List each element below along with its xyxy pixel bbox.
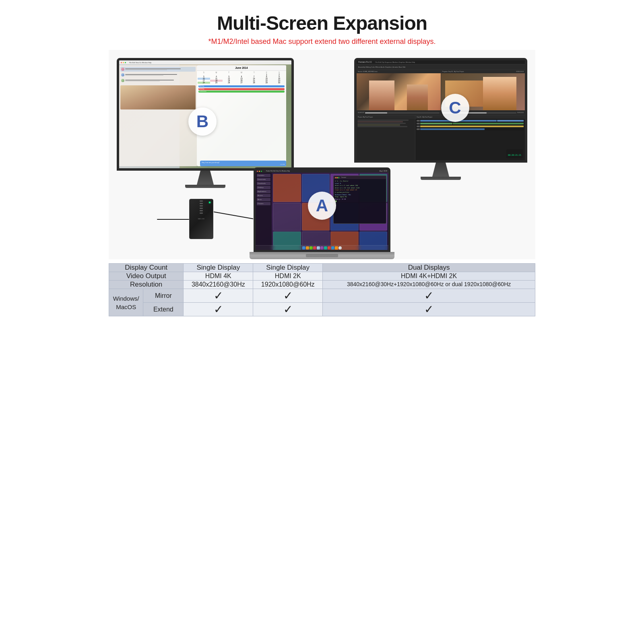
chat-text: Hey, how are you doing? [202, 161, 285, 163]
contact-name [125, 68, 181, 69]
windows-macos-label: Windows/MacOS [109, 289, 143, 316]
sidebar-movies: Movies [257, 194, 270, 197]
dock-item [306, 246, 309, 250]
monitor-stand-c [429, 163, 453, 177]
track-row [416, 122, 524, 125]
contact-info [125, 74, 195, 76]
dock-port-1 [200, 200, 203, 202]
sidebar-apps: Applications [257, 190, 270, 193]
project-item [357, 123, 406, 124]
monitor-stand-b [193, 171, 217, 185]
contact-info [125, 80, 195, 82]
track-row [416, 120, 524, 122]
laptop-base [250, 252, 394, 259]
track-clip [420, 123, 452, 124]
monitor-frame-c: Premiere Pro CC File Edit Clip Sequence … [354, 58, 527, 163]
timecode: 01:04:05:03 [358, 112, 364, 114]
timeline-header: Seq 03 - My First Project [415, 116, 525, 119]
dock-port-5 [200, 210, 203, 211]
dock-port-2 [200, 203, 203, 204]
min-dot-b [123, 62, 124, 63]
contact-status [125, 75, 163, 76]
finder-sidebar: Favorites Documents Downloads Desktop Ap… [256, 173, 272, 245]
dock-item [302, 246, 305, 250]
file-icon-10 [302, 231, 330, 245]
monitor-base-c [421, 177, 461, 180]
dock-item [331, 246, 334, 250]
timeline-label: Seq 03 - My First Project [417, 116, 432, 118]
chat-bubble-area: Hey, how are you doing? 2:14 PM [200, 161, 286, 166]
source-controls: 01:04:05:03 [357, 110, 441, 115]
min-btn [259, 171, 260, 172]
cal-cell: 26 [223, 82, 235, 84]
display-area: File Edit View Go Window Help June 2014 … [109, 50, 535, 259]
dock-item [313, 246, 316, 250]
contact-info [125, 68, 195, 70]
extend-check-2: ✓ [253, 303, 323, 316]
chat-time: 2:14 PM [202, 164, 285, 165]
track-clip [453, 123, 524, 124]
dock-led [209, 202, 211, 203]
track-header [417, 123, 420, 124]
contact-item [120, 78, 196, 83]
close-dot-b [121, 62, 122, 63]
figure2 [407, 85, 428, 110]
file-icon-11 [330, 231, 359, 245]
sidebar-music: Music [257, 198, 270, 201]
contact-name [125, 80, 174, 80]
dock-item [339, 246, 342, 250]
project-item [357, 120, 409, 121]
source-monitor: Source: 04 MK_0402.MOJ.mov 01:04:05:03 [357, 70, 441, 115]
terminal-max [338, 177, 339, 178]
timecode-display: 00:20:21:21 [506, 149, 523, 158]
project-item [357, 121, 403, 122]
cal-cell: 28 [248, 82, 260, 84]
res-4k-value: 3840x2160@30Hz [184, 281, 253, 289]
event: Meeting [198, 85, 285, 87]
sidebar-pictures: Pictures [257, 202, 270, 205]
contact-list [119, 65, 197, 111]
laptop-a: Finder File Edit View Go Window Help Aug… [250, 167, 394, 259]
cal-cell: 24 [198, 82, 210, 84]
terminal-header: Terminal [334, 176, 386, 179]
editor-app-name: Premiere Pro CC [358, 61, 372, 63]
end-timecode: 00:00:24:10 [517, 112, 524, 114]
toolbar-tabs: Assembly Editing Color Effects Audio Gra… [358, 66, 405, 68]
timeline-panel: Seq 03 - My First Project [415, 116, 525, 160]
track-clip [420, 126, 524, 127]
event: Conference [198, 91, 285, 93]
menu-items-b: File Edit View Go Window Help [129, 62, 151, 64]
sidebar-documents: Documents [257, 178, 270, 181]
label-a: A [308, 192, 336, 220]
terminal-close [335, 177, 336, 178]
contact-item [120, 67, 196, 72]
display-count-label: Display Count [109, 264, 184, 272]
hdmi-2k-value: HDMI 2K [253, 272, 323, 281]
editor-bottom: Project: My First Project [357, 115, 525, 160]
photo-panel [119, 65, 197, 166]
timecode-value: 00:20:21:21 [508, 154, 521, 156]
source-label: Source: 04 MK_0402.MOJ.mov [358, 71, 378, 72]
dock-item [328, 246, 331, 250]
dock-item [310, 246, 313, 250]
program-label: Program: Seq 03 - My First Project [442, 71, 464, 72]
comparison-section: Display Count Single Display Single Disp… [109, 263, 535, 324]
label-b: B [188, 107, 217, 136]
macos-dock [256, 245, 388, 250]
avatar [121, 73, 124, 76]
page-title: Multi-Screen Expansion [117, 12, 527, 34]
screen-c: Premiere Pro CC File Edit Clip Sequence … [357, 60, 525, 160]
header: Multi-Screen Expansion *M1/M2/Intel base… [109, 0, 535, 50]
file-icon-5 [273, 203, 301, 231]
cal-cell: 25 [210, 82, 223, 84]
track-header [417, 120, 420, 122]
dock-port-3 [200, 205, 203, 206]
editor-toolbar: Assembly Editing Color Effects Audio Gra… [357, 64, 525, 70]
contact-name [125, 74, 177, 75]
contact-item [120, 72, 196, 77]
project-header: Project: My First Project [357, 116, 415, 119]
mirror-check-3: ✓ [323, 289, 535, 303]
resolution-row: Resolution 3840x2160@30Hz 1920x1080@60Hz… [109, 281, 535, 289]
cal-cell: 29 [260, 82, 273, 84]
sidebar-favorites: Favorites [257, 174, 270, 177]
